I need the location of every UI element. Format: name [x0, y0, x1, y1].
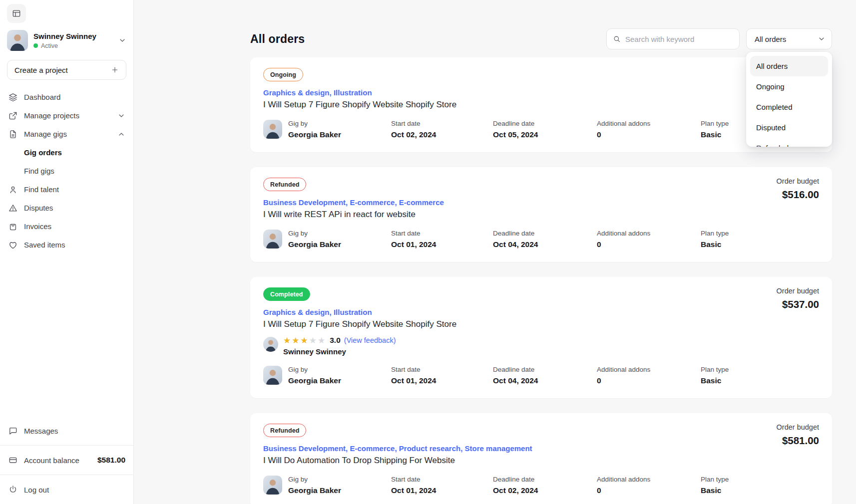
- sidebar-nav: Dashboard Manage projects Manage gigs Gi…: [7, 88, 126, 254]
- sidebar-item-find-gigs[interactable]: Find gigs: [7, 162, 126, 180]
- logout-button[interactable]: Log out: [0, 475, 133, 504]
- detail-value: Georgia Baker: [288, 486, 341, 495]
- detail-label: Gig by: [288, 230, 341, 237]
- avatar: [263, 120, 282, 139]
- category-link[interactable]: Product research: [399, 444, 460, 453]
- category-link[interactable]: Store management: [465, 444, 532, 453]
- avatar: [263, 366, 282, 385]
- detail-label: Plan type: [701, 230, 729, 237]
- credit-card-icon: [8, 455, 18, 465]
- detail-value: Oct 04, 2024: [493, 376, 597, 385]
- sidebar: Swinney Swinney Active Create a project …: [0, 0, 134, 504]
- order-budget-value: $581.00: [777, 435, 819, 447]
- sidebar-item-messages[interactable]: Messages: [0, 416, 133, 445]
- view-feedback-link[interactable]: (View feedback): [344, 336, 396, 344]
- account-balance-label: Account balance: [24, 456, 79, 465]
- category-link[interactable]: Illustration: [334, 308, 372, 316]
- category-link[interactable]: E-commerce: [399, 198, 444, 207]
- order-title[interactable]: I Will Setup 7 Figure Shopify Website Sh…: [263, 100, 819, 110]
- category-link[interactable]: Graphics & design: [263, 308, 330, 316]
- category-link[interactable]: Business Development: [263, 198, 346, 207]
- user-icon: [8, 185, 18, 195]
- filter-option-completed[interactable]: Completed: [750, 97, 828, 117]
- order-detail: Deadline dateOct 02, 2024: [493, 476, 597, 495]
- star-rating: ★★★★★: [283, 336, 326, 345]
- detail-value: Georgia Baker: [288, 376, 341, 385]
- detail-value: Oct 01, 2024: [391, 486, 493, 495]
- category-link[interactable]: Graphics & design: [263, 88, 330, 97]
- filter-option-all-orders[interactable]: All orders: [750, 56, 828, 76]
- gig-by-text: Gig byGeorgia Baker: [288, 476, 341, 495]
- sidebar-item-label: Find talent: [24, 185, 59, 194]
- order-budget-label: Order budget: [777, 423, 819, 431]
- detail-value: Oct 02, 2024: [391, 130, 493, 139]
- order-detail: Plan typeBasic: [701, 120, 729, 139]
- sidebar-toggle-button[interactable]: [7, 4, 26, 23]
- order-status-badge: Refunded: [263, 424, 306, 437]
- sidebar-item-gig-orders[interactable]: Gig orders: [7, 143, 126, 162]
- messages-label: Messages: [24, 427, 58, 435]
- filter-option-refunded[interactable]: Refunded: [750, 138, 828, 147]
- sidebar-item-manage-projects[interactable]: Manage projects: [7, 106, 126, 125]
- alert-triangle-icon: [8, 203, 18, 213]
- detail-label: Gig by: [288, 476, 341, 483]
- star-icon: ★: [292, 336, 300, 345]
- sidebar-item-dashboard[interactable]: Dashboard: [7, 88, 126, 106]
- order-detail: Deadline dateOct 04, 2024: [493, 366, 597, 385]
- detail-label: Start date: [391, 120, 493, 127]
- detail-label: Start date: [391, 230, 493, 237]
- user-name: Swinney Swinney: [33, 32, 113, 40]
- filter-dropdown-menu: All orders Ongoing Completed Disputed Re…: [746, 52, 832, 147]
- sidebar-item-find-talent[interactable]: Find talent: [7, 180, 126, 199]
- account-balance-value: $581.00: [97, 456, 125, 465]
- detail-label: Gig by: [288, 120, 341, 127]
- detail-label: Additional addons: [597, 120, 701, 127]
- gig-by-block: Gig byGeorgia Baker: [263, 120, 391, 139]
- category-link[interactable]: Illustration: [334, 88, 372, 97]
- category-link[interactable]: Business Development: [263, 444, 346, 453]
- power-icon: [8, 485, 18, 495]
- filter-option-disputed[interactable]: Disputed: [750, 117, 828, 138]
- search-icon: [613, 35, 621, 43]
- order-details-row: Gig byGeorgia BakerStart dateOct 01, 202…: [263, 366, 819, 385]
- order-categories: Business Development, E-commerce, Produc…: [263, 444, 819, 453]
- detail-value: Oct 05, 2024: [493, 130, 597, 139]
- order-filter-dropdown[interactable]: All orders: [746, 28, 832, 49]
- sidebar-item-invoices[interactable]: Invoices: [7, 217, 126, 236]
- create-project-button[interactable]: Create a project: [7, 60, 126, 80]
- account-balance-row[interactable]: Account balance $581.00: [0, 446, 133, 475]
- rating-details: ★★★★★3.0(View feedback)Swinney Swinney: [283, 336, 396, 356]
- sidebar-item-label: Saved items: [24, 241, 65, 249]
- sidebar-item-saved-items[interactable]: Saved items: [7, 236, 126, 254]
- gig-by-text: Gig byGeorgia Baker: [288, 120, 341, 139]
- order-title[interactable]: I Will Do Automation To Drop Shipping Fo…: [263, 456, 819, 466]
- detail-label: Deadline date: [493, 230, 597, 237]
- gig-by-text: Gig byGeorgia Baker: [288, 230, 341, 249]
- chevron-down-icon: [118, 36, 126, 44]
- order-detail: Deadline dateOct 05, 2024: [493, 120, 597, 139]
- filter-option-ongoing[interactable]: Ongoing: [750, 76, 828, 97]
- search-input[interactable]: [625, 35, 733, 43]
- order-detail: Additional addons0: [597, 120, 701, 139]
- order-title[interactable]: I Will write REST APi in react for websi…: [263, 210, 819, 220]
- user-profile[interactable]: Swinney Swinney Active: [7, 30, 126, 51]
- sidebar-item-label: Dashboard: [24, 93, 60, 101]
- order-detail: Start dateOct 01, 2024: [391, 476, 493, 495]
- order-detail: Additional addons0: [597, 476, 701, 495]
- order-budget: Order budget$581.00: [777, 423, 819, 447]
- detail-label: Additional addons: [597, 366, 701, 373]
- star-icon: ★: [309, 336, 318, 345]
- category-link[interactable]: E-commerce: [350, 444, 395, 453]
- detail-value: Oct 01, 2024: [391, 240, 493, 249]
- order-categories: Graphics & design, Illustration: [263, 308, 819, 316]
- category-link[interactable]: E-commerce: [350, 198, 395, 207]
- detail-label: Gig by: [288, 366, 341, 373]
- order-budget-label: Order budget: [777, 287, 819, 295]
- gig-by-text: Gig byGeorgia Baker: [288, 366, 341, 385]
- order-details-row: Gig byGeorgia BakerStart dateOct 01, 202…: [263, 476, 819, 495]
- avatar: [263, 337, 278, 352]
- sidebar-item-disputes[interactable]: Disputes: [7, 199, 126, 217]
- order-detail: Start dateOct 01, 2024: [391, 230, 493, 249]
- sidebar-item-manage-gigs[interactable]: Manage gigs: [7, 125, 126, 143]
- order-title[interactable]: I Will Setup 7 Figure Shopify Website Sh…: [263, 319, 819, 329]
